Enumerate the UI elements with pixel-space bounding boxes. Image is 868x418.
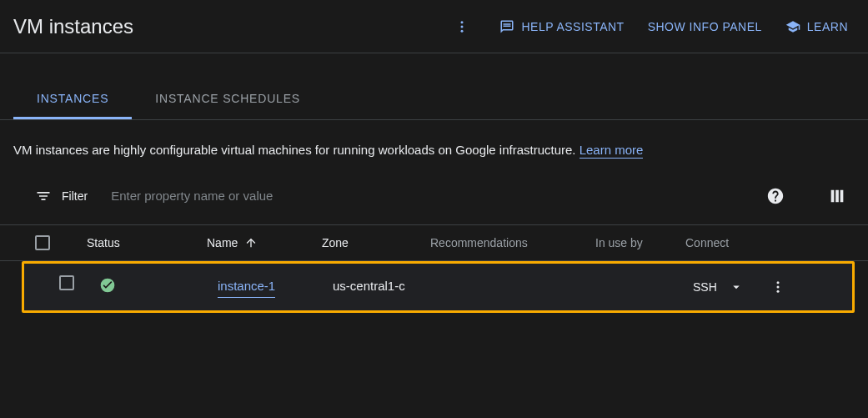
column-header-inuseby[interactable]: In use by (595, 236, 667, 249)
columns-icon[interactable] (828, 187, 846, 205)
instances-table: Status Name Zone Recommendations In use … (0, 224, 868, 313)
row-more-icon[interactable] (770, 280, 785, 295)
ssh-button[interactable]: SSH (685, 275, 725, 299)
tabs: INSTANCES INSTANCE SCHEDULES (0, 80, 868, 120)
sort-asc-icon (244, 236, 258, 249)
chat-icon (499, 19, 514, 34)
show-info-panel-button[interactable]: SHOW INFO PANEL (648, 20, 762, 33)
svg-point-6 (776, 290, 779, 293)
help-icon[interactable] (766, 187, 785, 205)
learn-more-link[interactable]: Learn more (580, 143, 644, 159)
tab-instances[interactable]: INSTANCES (13, 80, 132, 119)
school-icon (785, 19, 800, 34)
filter-bar: Filter (0, 167, 868, 224)
learn-button[interactable]: LEARN (785, 19, 848, 34)
column-header-status[interactable]: Status (87, 236, 207, 249)
header-actions: HELP ASSISTANT SHOW INFO PANEL LEARN (448, 13, 848, 41)
column-header-connect[interactable]: Connect (667, 236, 792, 249)
page-header: VM instances HELP ASSISTANT SHOW INFO PA… (0, 0, 868, 53)
help-assistant-button[interactable]: HELP ASSISTANT (499, 19, 624, 34)
filter-input[interactable] (104, 182, 756, 209)
ssh-dropdown-icon[interactable] (729, 280, 744, 295)
zone-text: us-central1-c (333, 279, 405, 293)
more-vert-icon[interactable] (448, 13, 476, 41)
instance-name-link[interactable]: instance-1 (218, 275, 275, 298)
column-header-recommendations[interactable]: Recommendations (430, 236, 595, 249)
table-header: Status Name Zone Recommendations In use … (0, 224, 868, 261)
svg-point-5 (776, 286, 779, 289)
tab-instance-schedules[interactable]: INSTANCE SCHEDULES (132, 80, 324, 119)
select-all-checkbox[interactable] (35, 235, 50, 250)
filter-icon[interactable] (35, 188, 52, 204)
column-header-zone[interactable]: Zone (322, 236, 430, 249)
filter-label: Filter (62, 189, 88, 203)
status-running-icon (99, 277, 116, 294)
table-row[interactable]: instance-1 us-central1-c SSH (22, 261, 855, 313)
description-text: VM instances are highly configurable vir… (0, 120, 868, 167)
svg-point-4 (776, 281, 779, 284)
column-header-name[interactable]: Name (207, 236, 322, 249)
svg-point-2 (461, 29, 464, 32)
page-title: VM instances (13, 15, 133, 38)
svg-point-0 (461, 21, 464, 23)
svg-point-1 (461, 25, 464, 28)
row-checkbox[interactable] (59, 275, 74, 290)
